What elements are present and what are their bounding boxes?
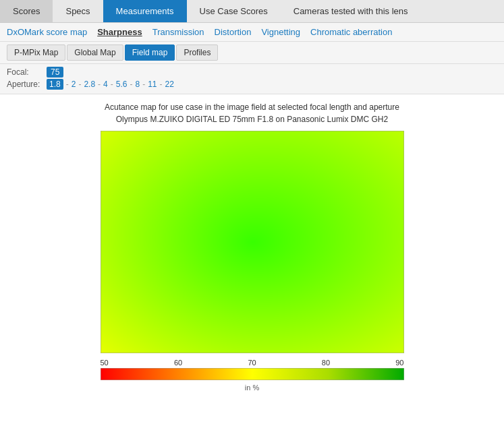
tab-use-case-scores[interactable]: Use Case Scores (187, 0, 281, 22)
chart-title-line1: Acutance map for use case in the image f… (7, 101, 497, 113)
aperture-separator: - (78, 80, 81, 89)
chart-title-line2: Olympus M.ZUIKO DIGITAL ED 75mm F1.8 on … (7, 113, 497, 125)
aperture-link-5_6[interactable]: 5.6 (116, 80, 128, 89)
nav-distortion[interactable]: Distortion (215, 27, 252, 37)
nav-transmission[interactable]: Transmission (152, 27, 204, 37)
tab-field-map[interactable]: Field map (125, 44, 175, 61)
third-navigation: P-MPix Map Global Map Field map Profiles (0, 42, 504, 64)
legend-label-80: 80 (322, 359, 330, 367)
legend-unit: in % (101, 384, 404, 392)
nav-dxomark-score-map[interactable]: DxOMark score map (7, 27, 87, 37)
nav-chromatic-aberration[interactable]: Chromatic aberration (310, 27, 392, 37)
aperture-link-2_8[interactable]: 2.8 (84, 80, 95, 89)
legend-label-60: 60 (174, 359, 182, 367)
legend-area: 50 60 70 80 90 in % (101, 359, 404, 392)
aperture-separator: - (66, 80, 69, 89)
legend-label-90: 90 (395, 359, 403, 367)
chart-title: Acutance map for use case in the image f… (7, 101, 497, 125)
focal-label: Focal: (7, 67, 44, 77)
tab-measurements[interactable]: Measurements (103, 0, 187, 22)
nav-vignetting[interactable]: Vignetting (261, 27, 300, 37)
controls-panel: Focal: 75 Aperture: 1.8 - 2 - 2.8 - 4 - … (0, 64, 504, 94)
tab-profiles[interactable]: Profiles (176, 44, 218, 61)
tab-cameras-tested[interactable]: Cameras tested with this lens (281, 0, 421, 22)
tab-specs[interactable]: Specs (53, 0, 103, 22)
aperture-link-4[interactable]: 4 (103, 80, 108, 89)
tab-global-map[interactable]: Global Map (67, 44, 123, 61)
legend-bar-wrap (101, 368, 404, 382)
legend-label-70: 70 (248, 359, 256, 367)
aperture-link-22[interactable]: 22 (165, 80, 173, 89)
aperture-link-11[interactable]: 11 (148, 80, 157, 89)
aperture-separator: - (142, 80, 145, 89)
acutance-map (101, 131, 404, 353)
nav-sharpness[interactable]: Sharpness (97, 27, 142, 37)
legend-label-50: 50 (101, 359, 109, 367)
focal-value[interactable]: 75 (47, 67, 63, 78)
tab-scores[interactable]: Scores (0, 0, 53, 22)
tab-pmpix-map[interactable]: P-MPix Map (7, 44, 65, 61)
aperture-separator: - (159, 80, 162, 89)
top-navigation: Scores Specs Measurements Use Case Score… (0, 0, 504, 23)
second-navigation: DxOMark score map Sharpness Transmission… (0, 23, 504, 42)
aperture-link-8[interactable]: 8 (135, 80, 140, 89)
aperture-separator: - (111, 80, 113, 89)
aperture-link-2[interactable]: 2 (72, 80, 76, 89)
aperture-link-1_8[interactable]: 1.8 (47, 79, 63, 90)
aperture-separator: - (130, 80, 132, 89)
colormap-container: 50 60 70 80 90 in % (7, 131, 497, 392)
aperture-separator: - (98, 80, 101, 89)
main-content: Acutance map for use case in the image f… (0, 94, 504, 405)
aperture-label: Aperture: (7, 80, 44, 89)
legend-labels: 50 60 70 80 90 (101, 359, 404, 367)
